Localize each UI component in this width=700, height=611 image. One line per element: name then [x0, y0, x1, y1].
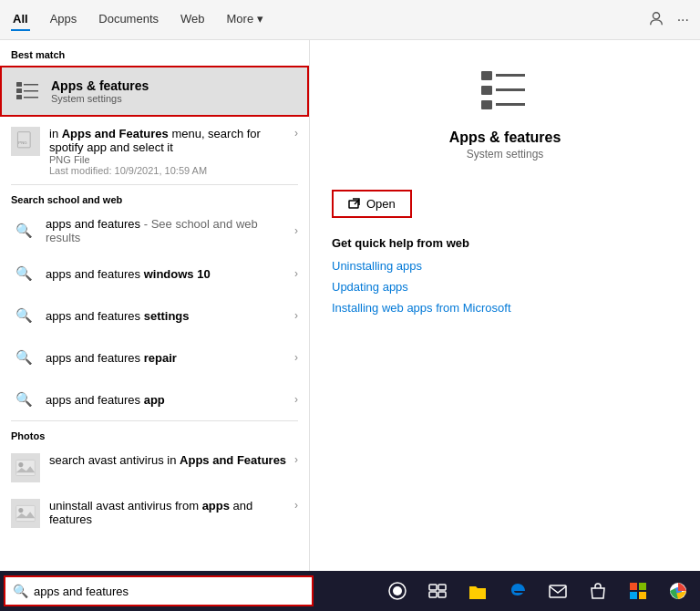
app-icon-large — [476, 62, 534, 120]
svg-rect-6 — [24, 97, 38, 98]
search-icon-1: 🔍 — [11, 261, 36, 286]
svg-rect-27 — [630, 583, 637, 590]
taskbar-icons — [379, 573, 696, 609]
web-item-2-chevron: › — [294, 309, 298, 322]
quick-help-title: Get quick help from web — [332, 236, 678, 250]
taskbar-start-button[interactable] — [379, 573, 416, 609]
svg-rect-24 — [429, 592, 437, 597]
best-match-title: Apps & features — [51, 78, 149, 93]
web-item-1-chevron: › — [294, 267, 298, 280]
png-thumbnail: PNG — [11, 127, 40, 156]
svg-rect-15 — [481, 100, 492, 109]
app-right-subtitle: System settings — [467, 148, 544, 161]
taskbar-store-button[interactable] — [580, 573, 616, 609]
svg-rect-4 — [24, 84, 38, 86]
taskbar-search-input[interactable] — [34, 585, 304, 598]
photo-item-0[interactable]: search avast antivirus in Apps and Featu… — [0, 445, 309, 491]
svg-rect-17 — [496, 88, 525, 91]
app-right-title: Apps & features — [449, 129, 561, 146]
photo-item-0-chevron: › — [294, 453, 298, 466]
svg-text:PNG: PNG — [18, 140, 26, 145]
tab-web[interactable]: Web — [179, 8, 207, 31]
png-item-content: in Apps and Features menu, search for sp… — [49, 127, 291, 176]
taskbar-taskview-button[interactable] — [419, 573, 456, 609]
help-link-1[interactable]: Updating apps — [332, 280, 678, 294]
png-item-title: in Apps and Features menu, search for sp… — [49, 127, 291, 154]
best-match-item[interactable]: Apps & features System settings — [0, 66, 309, 117]
web-item-3[interactable]: 🔍 apps and features repair › — [0, 337, 309, 378]
search-icon-2: 🔍 — [11, 303, 36, 328]
taskbar-ms-button[interactable] — [620, 573, 656, 609]
taskbar-explorer-button[interactable] — [459, 573, 496, 609]
web-item-1-content: apps and features windows 10 — [46, 267, 291, 281]
svg-rect-9 — [16, 460, 36, 475]
photo-thumbnail-0 — [11, 453, 40, 482]
open-button[interactable]: Open — [332, 190, 412, 218]
person-icon[interactable] — [648, 10, 664, 30]
svg-rect-13 — [481, 71, 492, 80]
photo-item-0-content: search avast antivirus in Apps and Featu… — [49, 453, 291, 467]
taskbar-chrome-button[interactable] — [660, 573, 696, 609]
svg-rect-22 — [429, 585, 437, 590]
png-modified: Last modified: 10/9/2021, 10:59 AM — [49, 165, 291, 176]
best-match-subtitle: System settings — [51, 93, 149, 104]
best-match-text: Apps & features System settings — [51, 78, 149, 104]
taskbar-search-icon: 🔍 — [13, 584, 28, 598]
taskbar-mail-button[interactable] — [540, 573, 576, 609]
png-result-item[interactable]: PNG in Apps and Features menu, search fo… — [0, 119, 309, 184]
top-navigation: All Apps Documents Web More ▾ ··· — [0, 0, 700, 40]
apps-features-icon — [13, 77, 42, 106]
svg-rect-16 — [496, 74, 525, 77]
web-item-0-chevron: › — [294, 224, 298, 237]
web-item-4-content: apps and features app — [46, 393, 291, 407]
more-dots-icon[interactable]: ··· — [677, 12, 689, 28]
svg-point-0 — [653, 12, 659, 18]
png-chevron-icon: › — [294, 127, 298, 140]
tab-all[interactable]: All — [11, 8, 30, 31]
svg-rect-29 — [630, 592, 637, 599]
web-item-1[interactable]: 🔍 apps and features windows 10 › — [0, 253, 309, 295]
photo-item-1-content: uninstall avast antivirus from apps and … — [49, 499, 291, 526]
left-panel: Best match Apps & features System settin… — [0, 40, 310, 571]
app-preview: Apps & features System settings — [332, 62, 678, 161]
svg-rect-2 — [16, 88, 22, 93]
help-link-2[interactable]: Installing web apps from Microsoft — [332, 301, 678, 315]
best-match-label: Best match — [0, 40, 309, 64]
open-button-label: Open — [366, 197, 396, 211]
main-layout: Best match Apps & features System settin… — [0, 40, 700, 571]
png-bold: Apps and Features — [62, 127, 169, 140]
search-icon-3: 🔍 — [11, 345, 36, 370]
web-item-0[interactable]: 🔍 apps and features - See school and web… — [0, 209, 309, 253]
open-button-icon — [348, 198, 361, 211]
web-item-1-text: apps and features windows 10 — [46, 267, 211, 281]
tab-more[interactable]: More ▾ — [225, 8, 265, 31]
web-item-3-chevron: › — [294, 351, 298, 364]
photo-item-0-text: search avast antivirus in Apps and Featu… — [49, 453, 286, 467]
svg-rect-14 — [481, 86, 492, 95]
svg-rect-23 — [438, 585, 446, 590]
taskbar-search-box[interactable]: 🔍 — [4, 575, 314, 606]
svg-point-12 — [18, 508, 23, 513]
svg-rect-28 — [639, 583, 646, 590]
web-item-4[interactable]: 🔍 apps and features app › — [0, 378, 309, 420]
photo-item-1-text: uninstall avast antivirus from apps and … — [49, 499, 252, 526]
help-link-0[interactable]: Uninstalling apps — [332, 259, 678, 273]
photos-label: Photos — [0, 421, 309, 445]
web-item-4-chevron: › — [294, 393, 298, 406]
svg-point-10 — [18, 462, 23, 467]
taskbar-edge-button[interactable] — [499, 573, 536, 609]
svg-point-21 — [393, 586, 402, 595]
tab-apps[interactable]: Apps — [48, 8, 79, 31]
svg-rect-3 — [16, 95, 22, 99]
svg-rect-18 — [496, 103, 525, 106]
web-item-2-content: apps and features settings — [46, 309, 291, 323]
svg-rect-11 — [16, 505, 36, 521]
web-item-3-content: apps and features repair — [46, 351, 291, 365]
web-item-3-text: apps and features repair — [46, 351, 177, 365]
svg-rect-5 — [24, 90, 38, 92]
web-item-2[interactable]: 🔍 apps and features settings › — [0, 295, 309, 337]
school-web-label: Search school and web — [0, 185, 309, 209]
right-panel: Apps & features System settings Open Get… — [310, 40, 700, 571]
photo-item-1[interactable]: uninstall avast antivirus from apps and … — [0, 491, 309, 536]
tab-documents[interactable]: Documents — [97, 8, 160, 31]
